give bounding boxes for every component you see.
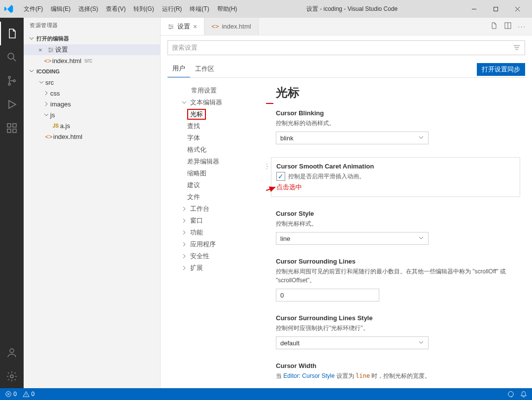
chevron-right-icon <box>181 218 188 224</box>
chevron-down-icon <box>418 235 424 242</box>
setting-title: Cursor Blinking <box>276 109 520 117</box>
toc-cursor[interactable]: 光标 <box>167 108 266 120</box>
toc-ext[interactable]: 扩展 <box>167 262 266 274</box>
tree-folder-js[interactable]: js <box>24 109 160 120</box>
open-settings-sync-button[interactable]: 打开设置同步 <box>477 63 525 76</box>
toc-format[interactable]: 格式化 <box>167 144 266 156</box>
chevron-right-icon <box>181 253 188 259</box>
window-minimize-button[interactable] <box>463 0 485 18</box>
menu-file[interactable]: 文件(F) <box>20 5 47 13</box>
svg-point-16 <box>49 51 51 53</box>
svg-rect-0 <box>494 7 498 11</box>
toc-suggest[interactable]: 建议 <box>167 179 266 191</box>
open-editor-path: src <box>84 57 92 64</box>
toc-diff[interactable]: 差异编辑器 <box>167 156 266 167</box>
chevron-down-icon <box>29 68 34 75</box>
activity-settings-icon[interactable] <box>0 365 24 388</box>
open-settings-json-icon[interactable] <box>490 22 498 31</box>
tab-settings[interactable]: 设置 × <box>161 18 204 35</box>
tree-file-index[interactable]: <> index.html <box>24 131 160 142</box>
menu-goto[interactable]: 转到(G) <box>130 5 158 13</box>
setting-description: 控制是否启用平滑插入动画。 <box>288 172 365 181</box>
settings-content[interactable]: 光标 Cursor Blinking 控制光标的动画样式。 blink Curs… <box>266 82 525 388</box>
menu-select[interactable]: 选择(S) <box>74 5 102 13</box>
open-editor-index[interactable]: <> index.html src <box>24 55 160 66</box>
window-maximize-button[interactable] <box>485 0 506 18</box>
svg-rect-13 <box>48 52 54 52</box>
activity-scm-icon[interactable] <box>0 69 24 93</box>
setting-number-input[interactable]: 0 <box>276 289 379 301</box>
toc-file[interactable]: 文件 <box>167 191 266 203</box>
open-editor-label: index.html <box>52 57 81 65</box>
menu-bar: 文件(F) 编辑(E) 选择(S) 查看(V) 转到(G) 运行(R) 终端(T… <box>20 5 241 13</box>
svg-point-3 <box>8 83 10 85</box>
close-icon[interactable]: × <box>38 46 46 54</box>
chevron-right-icon <box>43 90 50 96</box>
toc-window[interactable]: 窗口 <box>167 215 266 227</box>
setting-checkbox[interactable]: ✓ <box>276 172 285 181</box>
activity-debug-icon[interactable] <box>0 93 24 116</box>
toc-font[interactable]: 字体 <box>167 132 266 144</box>
scope-user[interactable]: 用户 <box>167 61 190 77</box>
toc-workbench[interactable]: 工作台 <box>167 203 266 215</box>
menu-terminal[interactable]: 终端(T) <box>186 5 213 13</box>
scope-workspace[interactable]: 工作区 <box>190 62 219 77</box>
more-actions-icon[interactable]: ··· <box>518 23 526 30</box>
setting-link[interactable]: Editor: Cursor Style <box>283 372 334 379</box>
status-warnings[interactable]: 0 <box>23 391 34 398</box>
menu-edit[interactable]: 编辑(E) <box>47 5 74 13</box>
toc-minimap[interactable]: 缩略图 <box>167 167 266 179</box>
activity-extensions-icon[interactable] <box>0 116 24 140</box>
setting-description: 控制光标的动画样式。 <box>276 119 520 128</box>
setting-cursor-width: Cursor Width 当 Editor: Cursor Style 设置为 … <box>276 362 520 380</box>
setting-select[interactable]: line <box>276 232 429 245</box>
chevron-right-icon <box>181 241 188 247</box>
settings-toc: 常用设置 文本编辑器 光标 查找 字体 格式化 差异编辑器 缩略图 建议 文件 … <box>167 82 266 388</box>
tree-folder-src[interactable]: src <box>24 77 160 88</box>
tree-folder-css[interactable]: css <box>24 88 160 99</box>
close-icon[interactable]: × <box>193 23 197 31</box>
setting-select[interactable]: blink <box>276 132 429 144</box>
sidebar-explorer: 资源管理器 打开的编辑器 × 设置 <> index.html src ICOD… <box>24 18 161 388</box>
status-notifications-icon[interactable] <box>520 391 527 398</box>
svg-point-1 <box>8 53 14 59</box>
tab-index[interactable]: <> index.html <box>204 18 258 35</box>
vscode-logo-icon <box>4 4 14 14</box>
split-editor-icon[interactable] <box>504 22 512 31</box>
settings-icon <box>167 23 174 30</box>
search-placeholder: 搜索设置 <box>172 43 198 52</box>
open-editor-settings[interactable]: × 设置 <box>24 44 160 55</box>
chevron-down-icon <box>29 35 34 42</box>
filter-icon[interactable] <box>513 43 521 53</box>
window-close-button[interactable] <box>506 0 528 18</box>
toc-app[interactable]: 应用程序 <box>167 238 266 250</box>
gear-icon[interactable] <box>266 163 268 172</box>
settings-search-input[interactable]: 搜索设置 <box>167 40 525 55</box>
chevron-down-icon <box>43 112 50 118</box>
menu-run[interactable]: 运行(R) <box>158 5 186 13</box>
activity-account-icon[interactable] <box>0 341 24 365</box>
toc-find[interactable]: 查找 <box>167 120 266 132</box>
activity-explorer-icon[interactable] <box>0 22 24 45</box>
svg-line-29 <box>266 187 275 207</box>
project-section[interactable]: ICODING <box>24 66 160 77</box>
tree-folder-images[interactable]: images <box>24 99 160 109</box>
chevron-right-icon <box>181 230 188 235</box>
status-feedback-icon[interactable] <box>507 391 514 398</box>
tree-file-ajs[interactable]: JS a.js <box>24 120 160 131</box>
menu-help[interactable]: 帮助(H) <box>213 5 241 13</box>
toc-feature[interactable]: 功能 <box>167 227 266 238</box>
setting-select[interactable]: default <box>276 336 429 349</box>
activity-search-icon[interactable] <box>0 45 24 69</box>
titlebar: 文件(F) 编辑(E) 选择(S) 查看(V) 转到(G) 运行(R) 终端(T… <box>0 0 532 18</box>
svg-rect-25 <box>515 47 519 48</box>
settings-icon <box>46 46 55 53</box>
chevron-right-icon <box>181 206 188 212</box>
svg-point-10 <box>10 375 13 378</box>
menu-view[interactable]: 查看(V) <box>102 5 130 13</box>
toc-security[interactable]: 安全性 <box>167 250 266 262</box>
open-editors-section[interactable]: 打开的编辑器 <box>24 33 160 44</box>
toc-text-editor[interactable]: 文本编辑器 <box>167 97 266 108</box>
toc-common[interactable]: 常用设置 <box>167 85 266 97</box>
status-errors[interactable]: 0 <box>5 391 17 398</box>
